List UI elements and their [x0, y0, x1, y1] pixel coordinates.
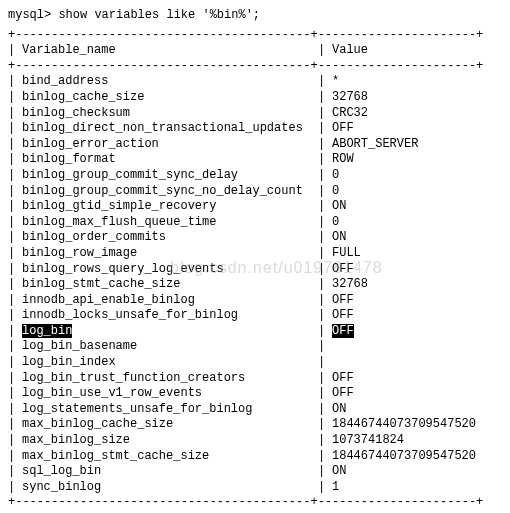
pipe: |	[318, 74, 332, 90]
variable-name-cell: bind_address	[22, 74, 318, 90]
value-cell: OFF	[332, 371, 354, 387]
pipe: |	[8, 262, 22, 278]
variable-name-cell: sql_log_bin	[22, 464, 318, 480]
pipe: |	[8, 74, 22, 90]
value-cell: OFF	[332, 308, 354, 324]
pipe: |	[318, 293, 332, 309]
value-cell: CRC32	[332, 106, 368, 122]
value-cell: OFF	[332, 324, 354, 340]
variable-name-cell: max_binlog_cache_size	[22, 417, 318, 433]
pipe: |	[318, 137, 332, 153]
variable-name-cell: binlog_direct_non_transactional_updates	[22, 121, 318, 137]
table-row: | log_bin| OFF	[8, 324, 510, 340]
pipe: |	[8, 199, 22, 215]
table-row: | log_bin_basename|	[8, 339, 510, 355]
variable-name-cell: log_bin	[22, 324, 318, 340]
pipe: |	[8, 277, 22, 293]
pipe: |	[8, 230, 22, 246]
pipe: |	[318, 152, 332, 168]
pipe: |	[318, 230, 332, 246]
value-cell: 0	[332, 184, 339, 200]
pipe: |	[8, 293, 22, 309]
variable-name-cell: log_bin_use_v1_row_events	[22, 386, 318, 402]
pipe: |	[8, 121, 22, 137]
variable-name-cell: binlog_format	[22, 152, 318, 168]
pipe: |	[318, 43, 332, 59]
table-row: | binlog_direct_non_transactional_update…	[8, 121, 510, 137]
pipe: |	[318, 246, 332, 262]
table-row: | binlog_checksum| CRC32	[8, 106, 510, 122]
variable-name-cell: binlog_error_action	[22, 137, 318, 153]
pipe: |	[8, 90, 22, 106]
table-border-mid: +---------------------------------------…	[8, 59, 510, 75]
pipe: |	[8, 106, 22, 122]
variable-name-cell: binlog_row_image	[22, 246, 318, 262]
variable-name-cell: binlog_stmt_cache_size	[22, 277, 318, 293]
table-row: | binlog_gtid_simple_recovery| ON	[8, 199, 510, 215]
value-cell: 1073741824	[332, 433, 404, 449]
pipe: |	[8, 464, 22, 480]
value-cell: ON	[332, 464, 346, 480]
table-row: | innodb_locks_unsafe_for_binlog| OFF	[8, 308, 510, 324]
table-row: | binlog_order_commits| ON	[8, 230, 510, 246]
pipe: |	[318, 355, 332, 371]
table-row: | sync_binlog| 1	[8, 480, 510, 496]
variable-name-cell: binlog_rows_query_log_events	[22, 262, 318, 278]
table-row: | binlog_format| ROW	[8, 152, 510, 168]
variable-name-cell: log_bin_basename	[22, 339, 318, 355]
value-cell: 1	[332, 480, 339, 496]
table-border-bottom: +---------------------------------------…	[8, 495, 510, 511]
table-row: | binlog_stmt_cache_size| 32768	[8, 277, 510, 293]
value-cell: 0	[332, 215, 339, 231]
table-row: | max_binlog_stmt_cache_size| 1844674407…	[8, 449, 510, 465]
pipe: |	[318, 262, 332, 278]
table-row: | binlog_error_action| ABORT_SERVER	[8, 137, 510, 153]
variable-name-cell: binlog_checksum	[22, 106, 318, 122]
table-row: | binlog_max_flush_queue_time| 0	[8, 215, 510, 231]
variable-name-cell: sync_binlog	[22, 480, 318, 496]
pipe: |	[318, 402, 332, 418]
variable-name-cell: log_bin_index	[22, 355, 318, 371]
variable-name-cell: binlog_group_commit_sync_delay	[22, 168, 318, 184]
value-cell: OFF	[332, 293, 354, 309]
pipe: |	[318, 433, 332, 449]
variable-name-cell: binlog_order_commits	[22, 230, 318, 246]
table-row: | log_bin_use_v1_row_events| OFF	[8, 386, 510, 402]
pipe: |	[8, 339, 22, 355]
table-row: | sql_log_bin| ON	[8, 464, 510, 480]
value-cell: 18446744073709547520	[332, 417, 476, 433]
value-cell: ABORT_SERVER	[332, 137, 418, 153]
variable-name-cell: binlog_max_flush_queue_time	[22, 215, 318, 231]
table-row: | binlog_row_image| FULL	[8, 246, 510, 262]
variable-name-cell: innodb_api_enable_binlog	[22, 293, 318, 309]
pipe: |	[8, 308, 22, 324]
pipe: |	[8, 43, 22, 59]
pipe: |	[8, 215, 22, 231]
pipe: |	[318, 121, 332, 137]
pipe: |	[8, 371, 22, 387]
pipe: |	[8, 324, 22, 340]
table-row: | binlog_group_commit_sync_delay| 0	[8, 168, 510, 184]
pipe: |	[8, 137, 22, 153]
pipe: |	[8, 184, 22, 200]
pipe: |	[8, 246, 22, 262]
pipe: |	[8, 449, 22, 465]
pipe: |	[8, 402, 22, 418]
value-cell: OFF	[332, 262, 354, 278]
pipe: |	[8, 152, 22, 168]
table-border-top: +---------------------------------------…	[8, 28, 510, 44]
table-row: | max_binlog_cache_size| 184467440737095…	[8, 417, 510, 433]
pipe: |	[318, 449, 332, 465]
variable-name-cell: innodb_locks_unsafe_for_binlog	[22, 308, 318, 324]
value-cell: *	[332, 74, 339, 90]
value-cell: ON	[332, 230, 346, 246]
value-cell: ROW	[332, 152, 354, 168]
value-cell: 0	[332, 168, 339, 184]
pipe: |	[318, 480, 332, 496]
table-row: | binlog_cache_size| 32768	[8, 90, 510, 106]
value-cell: OFF	[332, 121, 354, 137]
pipe: |	[318, 417, 332, 433]
variable-name-cell: binlog_group_commit_sync_no_delay_count	[22, 184, 318, 200]
header-variable-name: Variable_name	[22, 43, 318, 59]
pipe: |	[318, 106, 332, 122]
